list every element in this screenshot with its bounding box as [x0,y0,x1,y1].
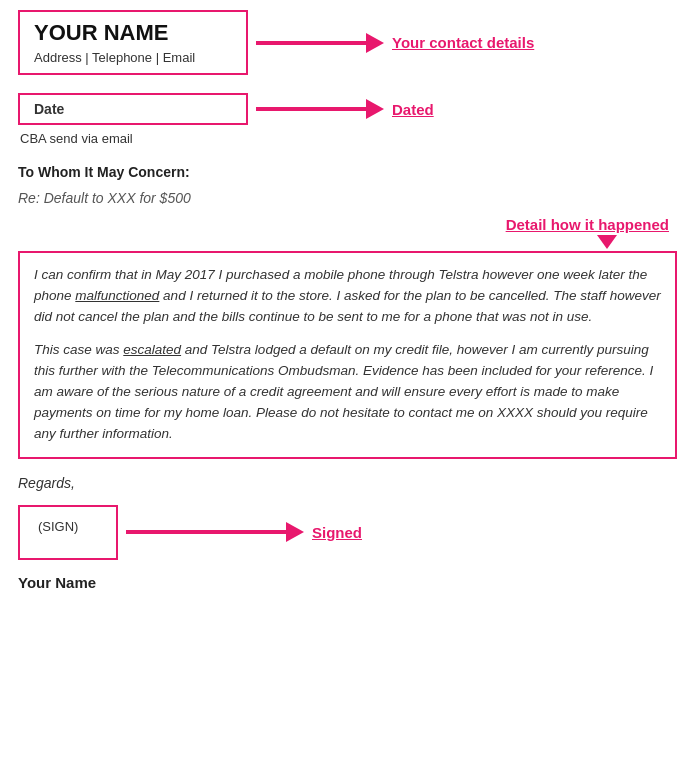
contact-arrow [256,41,366,45]
detail-arrow-row [18,235,677,249]
detail-annotation-label: Detail how it happened [506,216,669,233]
signed-arrow [126,530,286,534]
dated-label-container: Dated [392,101,434,118]
header-section: YOUR NAME Address | Telephone | Email Yo… [18,10,677,75]
re-line: Re: Default to XXX for $500 [18,190,677,206]
escalated-word: escalated [123,342,181,357]
your-name-footer: Your Name [18,574,677,591]
detail-paragraph-1: I can confirm that in May 2017 I purchas… [34,265,661,328]
detail-box: I can confirm that in May 2017 I purchas… [18,251,677,458]
contact-details-label: Your contact details [392,34,534,51]
send-via-text: CBA send via email [18,131,677,146]
arrow-shaft [256,41,366,45]
contact-sub-text: Address | Telephone | Email [34,50,232,65]
name-box: YOUR NAME Address | Telephone | Email [18,10,248,75]
dated-arrow-head [366,99,384,119]
dated-arrow-shaft [256,107,366,111]
detail-annotation-row: Detail how it happened [18,216,677,233]
dated-arrow [256,107,366,111]
detail-paragraph-2: This case was escalated and Telstra lodg… [34,340,661,445]
detail-arrow-down [597,235,617,249]
signed-arrow-shaft [126,530,286,534]
arrow-head-right [366,33,384,53]
page-wrapper: YOUR NAME Address | Telephone | Email Yo… [18,10,677,591]
regards-text: Regards, [18,475,677,491]
letter-body: To Whom It May Concern: Re: Default to X… [18,164,677,590]
your-name-heading: YOUR NAME [34,20,232,46]
date-box: Date [18,93,248,125]
salutation: To Whom It May Concern: [18,164,677,180]
signed-arrow-head [286,522,304,542]
signed-annotation-label: Signed [312,524,362,541]
malfunctioned-word: malfunctioned [75,288,159,303]
signed-label-container: Signed [312,524,362,541]
sign-section: (SIGN) Signed [18,505,677,560]
date-section: Date Dated [18,93,677,125]
sign-box: (SIGN) [18,505,118,560]
